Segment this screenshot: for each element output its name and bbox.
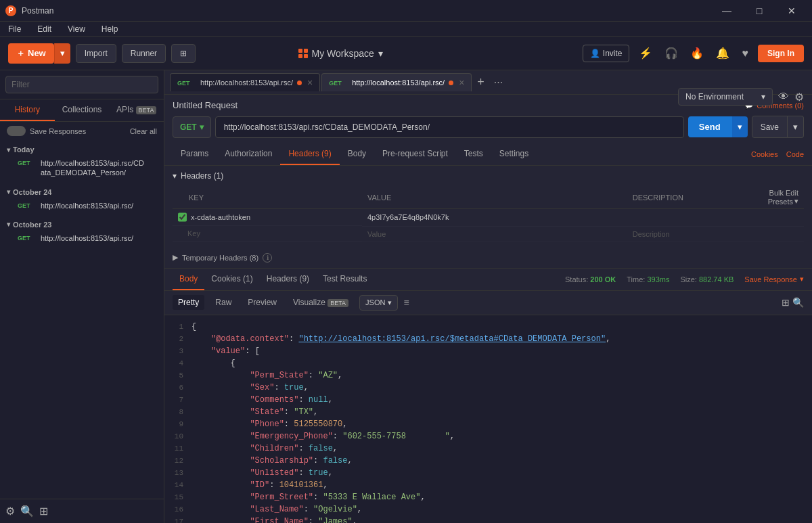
- new-button[interactable]: ＋ New: [8, 43, 54, 64]
- body-tab-preview[interactable]: Preview: [242, 295, 282, 310]
- headers-section: ▾ Headers (1) KEY VALUE DESCRIPTION Bulk…: [164, 166, 812, 248]
- method-badge: GET: [18, 160, 37, 166]
- header-desc-input[interactable]: [633, 213, 757, 221]
- bulk-edit-button[interactable]: Bulk Edit: [769, 189, 798, 197]
- minimize-button[interactable]: —: [712, 0, 742, 22]
- chevron-right-icon: ▶: [173, 253, 178, 262]
- gear-icon-btn[interactable]: ⚙: [794, 91, 804, 104]
- sidebar-settings-button[interactable]: ⚙: [5, 505, 15, 518]
- plus-icon: ＋: [16, 47, 25, 60]
- search-icon-btn[interactable]: 🔍: [792, 297, 804, 308]
- tab-method-badge: GET: [177, 80, 196, 87]
- tab-params[interactable]: Params: [173, 143, 217, 165]
- import-button[interactable]: Import: [76, 44, 116, 63]
- sidebar-tab-collections[interactable]: Collections: [55, 99, 110, 121]
- heart-icon-btn[interactable]: ♥: [739, 45, 751, 62]
- workspace-selector[interactable]: My Workspace ▾: [298, 48, 383, 59]
- tab-body[interactable]: Body: [340, 143, 374, 165]
- new-header-desc-input[interactable]: [633, 230, 757, 238]
- trophy-icon-btn[interactable]: 🔥: [687, 44, 706, 62]
- clear-all-button[interactable]: Clear all: [130, 127, 157, 135]
- headers-section-title[interactable]: ▾ Headers (1): [173, 171, 804, 181]
- menu-help[interactable]: Help: [99, 23, 121, 35]
- toolbar: ＋ New ▾ Import Runner ⊞ My Workspace ▾ 👤…: [0, 37, 812, 70]
- wrap-lines-icon-btn[interactable]: ≡: [403, 297, 409, 308]
- response-code-area: 1 { 2 "@odata.context": "http://localhos…: [164, 315, 812, 524]
- code-line: 8 "State": "TX",: [164, 406, 812, 418]
- bell-icon-btn[interactable]: 🔔: [713, 44, 732, 62]
- history-url: http://localhost:8153/api.rsc/CData_DEMO…: [41, 158, 146, 178]
- response-tab-body[interactable]: Body: [173, 269, 204, 290]
- value-column-header: VALUE: [362, 186, 627, 209]
- sidebar-layout-button[interactable]: ⊞: [39, 505, 48, 518]
- list-item[interactable]: GET http://localhost:8153/api.rsc/: [7, 231, 157, 245]
- save-button-group: Save ▾: [752, 116, 804, 138]
- new-header-key-input[interactable]: [187, 229, 357, 237]
- new-dropdown-button[interactable]: ▾: [54, 43, 70, 64]
- sidebar-tab-history[interactable]: History: [0, 99, 55, 121]
- temp-headers-section[interactable]: ▶ Temporary Headers (8) ℹ: [164, 248, 812, 268]
- tab-settings[interactable]: Settings: [491, 143, 537, 165]
- method-select[interactable]: GET ▾: [173, 116, 211, 138]
- add-tab-button[interactable]: +: [473, 74, 489, 91]
- env-select[interactable]: No Environment ▾: [678, 88, 773, 106]
- tab-pre-request-script[interactable]: Pre-request Script: [374, 143, 456, 165]
- request-tab-2[interactable]: GET http://localhost:8153/api.rsc/ ×: [321, 73, 472, 91]
- body-tab-raw[interactable]: Raw: [210, 295, 237, 310]
- save-button[interactable]: Save: [752, 116, 788, 138]
- sidebar-section-oct23: ▾ October 23 GET http://localhost:8153/a…: [0, 215, 164, 248]
- sidebar-search-button[interactable]: 🔍: [20, 505, 34, 518]
- method-badge: GET: [18, 202, 37, 209]
- section-oct24-header[interactable]: ▾ October 24: [7, 185, 157, 199]
- more-tabs-button[interactable]: ···: [490, 75, 507, 90]
- send-button[interactable]: Send: [688, 116, 731, 137]
- tab-close-icon[interactable]: ×: [307, 78, 313, 87]
- send-dropdown-button[interactable]: ▾: [731, 116, 748, 137]
- chevron-down-icon: ▾: [7, 146, 10, 154]
- extra-button[interactable]: ⊞: [171, 44, 196, 63]
- maximize-button[interactable]: □: [744, 0, 774, 22]
- search-input[interactable]: [5, 76, 158, 93]
- header-row-checkbox[interactable]: [178, 212, 187, 222]
- body-tab-pretty[interactable]: Pretty: [173, 295, 204, 310]
- header-value-input[interactable]: [367, 213, 622, 221]
- menu-file[interactable]: File: [5, 23, 24, 35]
- close-button[interactable]: ✕: [777, 0, 807, 22]
- save-response-button[interactable]: Save Response ▾: [744, 275, 804, 283]
- section-oct23-header[interactable]: ▾ October 23: [7, 218, 157, 231]
- body-tab-visualize[interactable]: Visualize BETA: [288, 295, 354, 310]
- save-responses-toggle[interactable]: [7, 126, 26, 136]
- runner-button[interactable]: Runner: [122, 44, 166, 63]
- sidebar-tabs: History Collections APIs BETA: [0, 99, 164, 122]
- code-link[interactable]: Code: [786, 150, 804, 158]
- url-input[interactable]: [215, 116, 684, 138]
- response-tab-cookies[interactable]: Cookies (1): [204, 269, 259, 290]
- response-tab-test-results[interactable]: Test Results: [316, 269, 374, 290]
- tab-authorization[interactable]: Authorization: [217, 143, 280, 165]
- tab-headers[interactable]: Headers (9): [280, 143, 339, 165]
- signin-button[interactable]: Sign In: [758, 45, 804, 62]
- headphone-icon-btn[interactable]: 🎧: [662, 44, 681, 62]
- invite-button[interactable]: 👤 Invite: [583, 45, 630, 62]
- presets-button[interactable]: Presets ▾: [768, 197, 798, 206]
- tab-close-icon[interactable]: ×: [459, 78, 464, 87]
- save-dropdown-button[interactable]: ▾: [788, 116, 804, 138]
- format-select[interactable]: JSON ▾: [359, 295, 398, 311]
- copy-icon-btn[interactable]: ⊞: [782, 297, 790, 308]
- menu-edit[interactable]: Edit: [35, 23, 54, 35]
- tab-tests[interactable]: Tests: [456, 143, 491, 165]
- new-header-value-input[interactable]: [367, 230, 622, 238]
- response-tab-headers[interactable]: Headers (9): [260, 269, 316, 290]
- list-item[interactable]: GET http://localhost:8153/api.rsc/: [7, 199, 157, 212]
- request-tab-1[interactable]: GET http://localhost:8153/api.rsc/ ×: [170, 73, 320, 91]
- sidebar-tab-apis[interactable]: APIs BETA: [109, 99, 164, 121]
- section-today-header[interactable]: ▾ Today: [7, 143, 157, 156]
- satellite-icon-btn[interactable]: ⚡: [636, 44, 655, 62]
- app-title: Postman: [22, 6, 53, 16]
- eye-icon-btn[interactable]: 👁: [778, 91, 789, 103]
- header-key-input[interactable]: [191, 213, 357, 221]
- code-line: 4 {: [164, 357, 812, 369]
- cookies-link[interactable]: Cookies: [751, 150, 778, 158]
- menu-view[interactable]: View: [65, 23, 88, 35]
- list-item[interactable]: GET http://localhost:8153/api.rsc/CData_…: [7, 156, 157, 180]
